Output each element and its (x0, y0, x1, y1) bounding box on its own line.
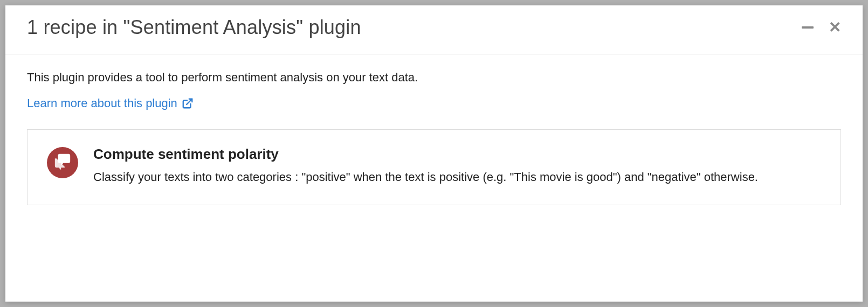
recipe-card[interactable]: Compute sentiment polarity Classify your… (27, 129, 841, 205)
recipe-description: Classify your texts into two categories … (93, 168, 821, 186)
minimize-icon[interactable] (802, 26, 814, 29)
recipe-text: Compute sentiment polarity Classify your… (93, 146, 821, 186)
window-controls: ✕ (802, 20, 841, 35)
plugin-description: This plugin provides a tool to perform s… (27, 71, 841, 85)
close-icon[interactable]: ✕ (829, 20, 841, 35)
svg-line-0 (187, 99, 192, 104)
recipe-title: Compute sentiment polarity (93, 146, 821, 163)
external-link-icon (182, 97, 194, 109)
recipe-icon-wrap (47, 147, 78, 178)
modal-header: 1 recipe in "Sentiment Analysis" plugin … (5, 5, 863, 54)
plugin-recipes-modal: 1 recipe in "Sentiment Analysis" plugin … (5, 5, 863, 302)
modal-body: This plugin provides a tool to perform s… (5, 54, 863, 216)
learn-more-link[interactable]: Learn more about this plugin (27, 96, 194, 110)
modal-title: 1 recipe in "Sentiment Analysis" plugin (27, 16, 361, 39)
chat-bubbles-icon (53, 152, 72, 173)
learn-more-label: Learn more about this plugin (27, 96, 177, 110)
